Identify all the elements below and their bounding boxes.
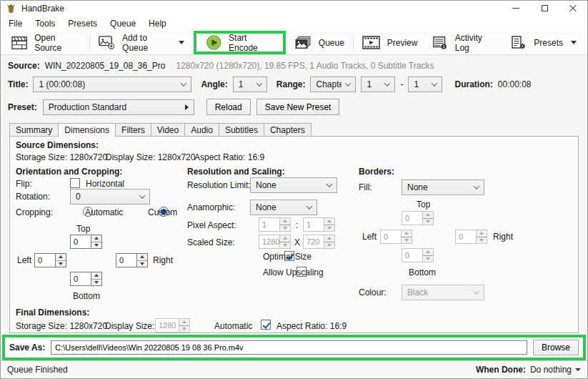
spinner-value: 0 (380, 230, 402, 244)
range-to-select[interactable]: 1 (408, 77, 442, 92)
tab-video[interactable]: Video (151, 123, 185, 136)
flip-horizontal-checkbox[interactable] (70, 178, 80, 188)
source-label: Source: (8, 61, 40, 71)
menu-presets[interactable]: Presets (61, 17, 104, 30)
source-filename: WIN_20220805_19_08_36_Pro (45, 61, 166, 71)
spinner-down-button[interactable] (137, 261, 147, 267)
cropping-automatic-label: Automatic (85, 207, 123, 217)
spinner-down-button[interactable] (91, 242, 101, 249)
open-source-button[interactable]: Open Source (4, 31, 89, 54)
when-done-value: Do nothing (530, 365, 572, 375)
spinner-up-button[interactable] (91, 272, 101, 280)
start-encode-highlight-box: Start Encode (194, 31, 286, 54)
chevron-down-icon (474, 288, 479, 294)
minimize-button[interactable] (502, 1, 530, 16)
colour-label: Colour: (359, 287, 387, 297)
toolbar-separator (89, 34, 90, 52)
crop-bottom-spinner[interactable]: 0 (70, 272, 102, 286)
scaled-width-spinner: 1280 (259, 235, 291, 249)
scaled-height-spinner: 720 (303, 235, 335, 249)
anamorphic-value: None (256, 202, 276, 212)
presets-button[interactable]: Presets (503, 31, 584, 54)
cropping-label: Cropping: (16, 207, 53, 217)
range-type-select[interactable]: Chapters (310, 77, 356, 92)
preview-label: Preview (387, 38, 418, 48)
spinner-down-button (477, 237, 487, 244)
tab-summary[interactable]: Summary (9, 123, 59, 136)
title-select[interactable]: 1 (00:00:08) (33, 77, 191, 92)
spinner-down-button (280, 225, 290, 232)
tab-subtitles[interactable]: Subtitles (219, 123, 264, 136)
browse-button[interactable]: Browse (533, 340, 579, 355)
tab-audio[interactable]: Audio (184, 123, 219, 136)
chevron-down-icon (181, 80, 186, 86)
title-bar: HandBrake (1, 1, 587, 16)
menu-file[interactable]: File (2, 17, 29, 30)
queue-button[interactable]: Queue (287, 31, 352, 54)
border-right-label: Right (493, 232, 513, 242)
crop-right-spinner[interactable]: 0 (116, 253, 148, 267)
down-arrow-icon (94, 244, 99, 247)
crop-top-spinner[interactable]: 0 (70, 235, 102, 249)
reload-button[interactable]: Reload (206, 99, 251, 115)
chevron-down-icon (179, 41, 184, 44)
tab-dimensions[interactable]: Dimensions (58, 123, 116, 137)
fill-select[interactable]: None (402, 179, 484, 195)
spinner-down-button (324, 242, 334, 249)
anamorphic-select[interactable]: None (250, 200, 317, 215)
preset-select-value: Production Standard (49, 102, 126, 112)
preset-row: Preset: Production Standard Reload Save … (1, 92, 587, 115)
source-details: 1280x720 (1280x720), 19.85 FPS, 1 Audio … (176, 61, 434, 71)
crop-left-spinner[interactable]: 0 (34, 253, 66, 267)
pixel-aspect-y-spinner: 1 (303, 217, 335, 232)
save-new-preset-button[interactable]: Save New Preset (256, 99, 340, 115)
when-done-dropdown[interactable]: Do nothing (530, 365, 581, 375)
add-to-queue-button[interactable]: Add to Queue (91, 31, 191, 54)
chevron-down-icon (256, 80, 262, 86)
spinner-up-button[interactable] (137, 254, 147, 261)
borders-heading: Borders: (359, 167, 394, 177)
start-encode-button[interactable]: Start Encode (196, 34, 283, 51)
maximize-button[interactable] (530, 1, 559, 16)
add-to-queue-icon (99, 35, 115, 50)
play-circle-icon (206, 34, 222, 51)
resolution-limit-label: Resolution Limit: (187, 180, 251, 190)
menu-help[interactable]: Help (142, 17, 173, 30)
spinner-down-button[interactable] (91, 280, 101, 286)
down-arrow-icon (327, 227, 332, 230)
tab-filters[interactable]: Filters (115, 123, 151, 136)
preset-select[interactable]: Production Standard (43, 99, 194, 115)
source-aspect-ratio: Aspect Ratio: 16:9 (194, 152, 264, 162)
final-automatic-checkbox[interactable] (261, 320, 271, 330)
maximize-icon (542, 5, 548, 11)
save-as-path-input[interactable] (51, 340, 527, 355)
source-row: Source: WIN_20220805_19_08_36_Pro 1280x7… (1, 55, 587, 71)
preview-button[interactable]: Preview (354, 31, 426, 54)
down-arrow-icon (283, 244, 287, 247)
down-arrow-icon (426, 257, 430, 260)
spinner-down-button[interactable] (56, 261, 66, 267)
chevron-right-icon (185, 104, 189, 110)
menu-tools[interactable]: Tools (29, 17, 61, 30)
flip-horizontal-label: Horizontal (86, 179, 124, 189)
preset-label: Preset: (8, 102, 37, 112)
spinner-up-button[interactable] (56, 254, 66, 261)
activity-log-button[interactable]: Activity Log (425, 31, 503, 54)
title-row: Title: 1 (00:00:08) Angle: 1 Range: Chap… (1, 71, 587, 92)
tab-chapters[interactable]: Chapters (264, 123, 312, 136)
activity-log-label: Activity Log (455, 33, 496, 53)
rotation-select[interactable]: 0 (70, 189, 150, 205)
range-from-select[interactable]: 1 (361, 77, 395, 92)
angle-select[interactable]: 1 (233, 77, 267, 92)
resolution-limit-select[interactable]: None (250, 177, 337, 193)
fill-value: None (407, 182, 428, 192)
chevron-down-icon (345, 80, 351, 86)
close-button[interactable] (559, 1, 587, 16)
open-source-label: Open Source (34, 33, 81, 53)
up-arrow-icon (283, 220, 287, 222)
angle-select-value: 1 (239, 79, 244, 89)
border-bottom-spinner: 0 (402, 248, 434, 262)
spinner-up-button[interactable] (91, 235, 101, 242)
menu-queue[interactable]: Queue (104, 17, 142, 30)
anamorphic-label: Anamorphic: (187, 202, 235, 212)
